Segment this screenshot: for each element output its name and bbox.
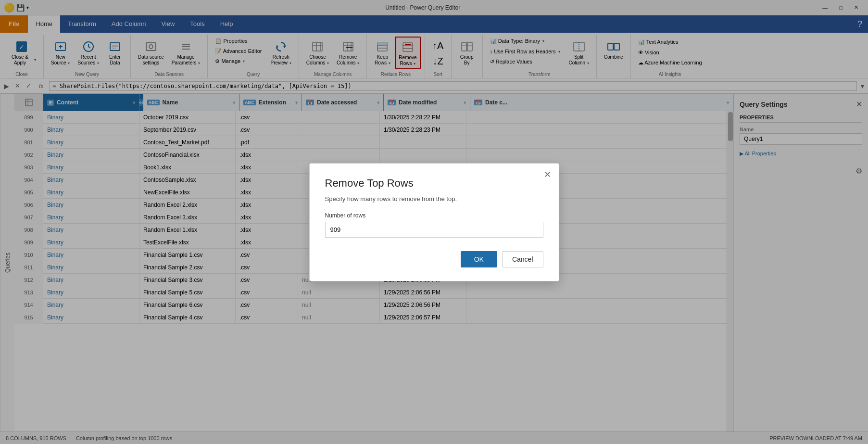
modal-close-button[interactable]: ✕ [544,169,551,180]
modal-description: Specify how many rows to remove from the… [325,195,543,203]
number-of-rows-label: Number of rows [325,212,543,219]
number-of-rows-input[interactable] [325,222,543,238]
modal-buttons: OK Cancel [325,251,543,267]
cancel-button[interactable]: Cancel [502,251,543,267]
remove-top-rows-modal: ✕ Remove Top Rows Specify how many rows … [309,163,559,281]
ok-button[interactable]: OK [461,251,497,267]
modal-overlay: ✕ Remove Top Rows Specify how many rows … [0,0,868,444]
modal-title: Remove Top Rows [325,177,543,190]
